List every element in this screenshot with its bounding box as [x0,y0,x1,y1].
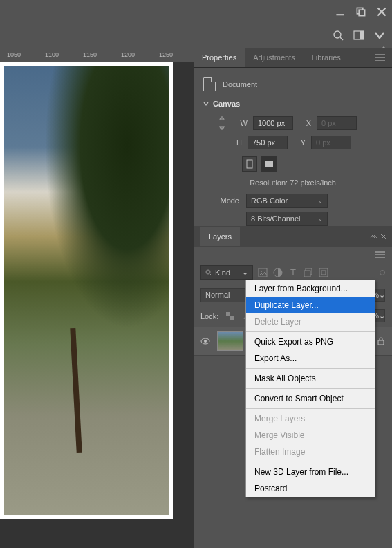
menu-item[interactable]: Layer from Background... [246,280,375,297]
svg-rect-21 [259,268,267,277]
ruler-label: 1150 [83,51,97,58]
bit-depth-select[interactable]: 8 Bits/Channel⌄ [246,212,328,226]
filter-toggle[interactable] [380,270,385,275]
layer-context-menu: Layer from Background...Duplicate Layer.… [245,280,375,497]
layer-thumbnail[interactable] [217,331,243,351]
menu-item: Delete Layer [246,313,375,330]
width-input[interactable]: 1000 px [253,116,293,130]
svg-rect-28 [226,312,230,316]
document-canvas[interactable] [0,62,173,519]
orientation-landscape-button[interactable] [261,156,277,172]
panel-menu-icon[interactable] [375,251,385,259]
canvas-section-title: Canvas [213,100,240,108]
canvas-area: 1050 1100 1150 1200 1250 [0,48,194,548]
svg-rect-2 [359,10,364,15]
document-icon [203,77,216,91]
menu-item[interactable]: Quick Export as PNG [246,334,375,350]
svg-rect-26 [319,268,328,277]
svg-point-22 [261,271,262,272]
ruler-label: 1100 [45,51,59,58]
panel-tabs: Properties Adjustments Libraries [194,48,392,68]
canvas-section-header[interactable]: Canvas [203,100,382,108]
horizontal-ruler[interactable]: 1050 1100 1150 1200 1250 [0,48,194,62]
panel-menu-icon[interactable] [368,48,392,67]
options-bar [0,24,392,48]
document-header: Document [203,75,382,100]
menu-item[interactable]: Export As... [246,350,375,367]
svg-line-20 [210,274,212,276]
filter-adjustment-icon[interactable] [272,267,283,278]
svg-rect-8 [360,31,364,39]
x-input[interactable]: 0 px [317,116,357,130]
y-input[interactable]: 0 px [311,136,351,149]
svg-point-5 [334,31,341,38]
visibility-icon[interactable] [200,336,210,346]
menu-item: Merge Visible [246,427,375,444]
menu-item[interactable]: Postcard [246,480,375,497]
link-dimensions-icon[interactable] [217,115,227,131]
menu-separator [246,388,375,389]
minimize-button[interactable] [335,7,345,17]
svg-rect-13 [265,161,273,167]
svg-rect-12 [247,160,252,168]
menu-item[interactable]: Duplicate Layer... [246,297,375,313]
collapse-panel-icon[interactable] [370,232,377,241]
tab-properties[interactable]: Properties [194,48,245,67]
ruler-label: 1250 [159,51,173,58]
menu-item: Flatten Image [246,444,375,460]
menu-separator [246,368,375,369]
color-mode-select[interactable]: RGB Color⌄ [246,194,328,208]
lock-label: Lock: [200,312,218,320]
menu-item[interactable]: Convert to Smart Object [246,390,375,407]
filter-smartobject-icon[interactable] [318,267,329,278]
menu-separator [246,408,375,409]
menu-separator [246,331,375,332]
tab-adjustments[interactable]: Adjustments [245,48,304,67]
close-panel-icon[interactable] [381,232,386,241]
properties-panel: Document Canvas W 1000 px X 0 px H 750 p… [194,68,392,242]
svg-point-19 [206,270,210,274]
chevron-down-icon [203,101,209,107]
menu-item[interactable]: New 3D Layer from File... [246,464,375,480]
search-icon[interactable] [333,30,344,42]
filter-pixel-icon[interactable] [257,267,268,278]
svg-rect-27 [321,271,326,275]
svg-line-6 [340,37,343,40]
height-label: H [230,138,242,147]
workspace-icon[interactable] [353,30,364,42]
document-label: Document [223,80,257,89]
x-label: X [299,119,311,127]
close-button[interactable] [377,7,386,17]
svg-point-37 [204,340,207,342]
menu-item[interactable]: Mask All Objects [246,370,375,387]
svg-rect-29 [230,316,234,320]
resolution-label: Resolution: 72 pixels/inch [203,179,382,187]
menu-item: Merge Layers [246,410,375,427]
tab-layers[interactable]: Layers [200,227,240,246]
lock-transparency-icon[interactable] [225,311,235,321]
lock-icon [377,337,385,345]
filter-type-icon[interactable]: T [288,267,299,278]
maximize-button[interactable] [356,7,366,17]
tab-libraries[interactable]: Libraries [304,48,349,67]
ruler-label: 1200 [121,51,135,58]
chevron-down-icon[interactable] [374,30,385,42]
mode-label: Mode [209,197,239,205]
y-label: Y [293,138,306,147]
image-content [4,66,169,515]
height-input[interactable]: 750 px [248,136,288,149]
filter-kind-select[interactable]: Kind⌄ [200,265,253,280]
ruler-label: 1050 [7,51,21,58]
width-label: W [235,119,248,127]
filter-shape-icon[interactable] [303,267,314,278]
menu-separator [246,462,375,462]
search-icon [205,269,212,276]
svg-rect-25 [304,271,310,277]
svg-rect-38 [378,340,384,345]
window-titlebar [0,0,392,24]
orientation-portrait-button[interactable] [242,156,257,172]
